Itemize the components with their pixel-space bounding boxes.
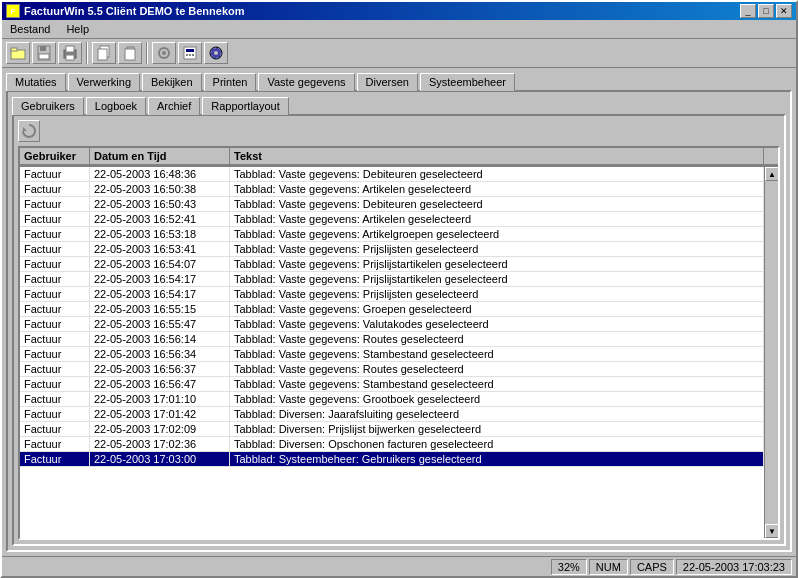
scroll-down-button[interactable]: ▼: [765, 524, 778, 538]
svg-rect-1: [11, 48, 17, 51]
toolbar-btn-save[interactable]: [32, 42, 56, 64]
close-button[interactable]: ✕: [776, 4, 792, 18]
toolbar-btn-open[interactable]: [6, 42, 30, 64]
cell-tekst: Tabblad: Vaste gegevens: Prijslijstartik…: [230, 272, 764, 286]
cell-datum: 22-05-2003 17:02:36: [90, 437, 230, 451]
cell-datum: 22-05-2003 17:03:00: [90, 452, 230, 466]
table-row[interactable]: Factuur22-05-2003 16:52:41Tabblad: Vaste…: [20, 212, 764, 227]
cell-tekst: Tabblad: Diversen: Jaarafsluiting gesele…: [230, 407, 764, 421]
cell-tekst: Tabblad: Vaste gegevens: Prijslijstartik…: [230, 257, 764, 271]
cell-datum: 22-05-2003 16:52:41: [90, 212, 230, 226]
table-row[interactable]: Factuur22-05-2003 16:54:17Tabblad: Vaste…: [20, 272, 764, 287]
table-row[interactable]: Factuur22-05-2003 16:56:47Tabblad: Vaste…: [20, 377, 764, 392]
table-row[interactable]: Factuur22-05-2003 16:56:34Tabblad: Vaste…: [20, 347, 764, 362]
toolbar-btn-copy[interactable]: [92, 42, 116, 64]
cell-tekst: Tabblad: Vaste gegevens: Grootboek gesel…: [230, 392, 764, 406]
caps-indicator: CAPS: [630, 559, 674, 575]
table-row[interactable]: Factuur22-05-2003 16:56:14Tabblad: Vaste…: [20, 332, 764, 347]
svg-rect-18: [192, 54, 194, 56]
svg-rect-11: [125, 49, 135, 60]
title-bar: F FactuurWin 5.5 Cliënt DEMO te Bennekom…: [2, 2, 796, 20]
cell-datum: 22-05-2003 16:53:41: [90, 242, 230, 256]
svg-rect-7: [66, 55, 74, 60]
table-row[interactable]: Factuur22-05-2003 17:01:10Tabblad: Vaste…: [20, 392, 764, 407]
num-indicator: NUM: [589, 559, 628, 575]
toolbar-btn-paste[interactable]: [118, 42, 142, 64]
cell-gebruiker: Factuur: [20, 437, 90, 451]
sub-tab-archief[interactable]: Archief: [148, 97, 200, 115]
log-table: Gebruiker Datum en Tijd Tekst Factuur22-…: [18, 146, 780, 540]
minimize-button[interactable]: _: [740, 4, 756, 18]
cell-datum: 22-05-2003 16:56:47: [90, 377, 230, 391]
svg-point-20: [214, 51, 218, 55]
cell-gebruiker: Factuur: [20, 407, 90, 421]
cell-gebruiker: Factuur: [20, 317, 90, 331]
cell-datum: 22-05-2003 16:56:37: [90, 362, 230, 376]
sub-tab-bar: Gebruikers Logboek Archief Rapportlayout: [8, 92, 790, 114]
tab-vaste-gegevens[interactable]: Vaste gegevens: [258, 73, 354, 91]
cell-gebruiker: Factuur: [20, 212, 90, 226]
sub-tab-rapportlayout[interactable]: Rapportlayout: [202, 97, 289, 115]
cell-gebruiker: Factuur: [20, 182, 90, 196]
scroll-up-button[interactable]: ▲: [765, 167, 778, 181]
toolbar-btn-calc[interactable]: [178, 42, 202, 64]
sub-tab-gebruikers[interactable]: Gebruikers: [12, 97, 84, 115]
tab-bekijken[interactable]: Bekijken: [142, 73, 202, 91]
cell-tekst: Tabblad: Vaste gegevens: Debiteuren gese…: [230, 167, 764, 181]
cell-datum: 22-05-2003 16:56:34: [90, 347, 230, 361]
tab-systeembeheer[interactable]: Systeembeheer: [420, 73, 515, 91]
zoom-indicator: 32%: [551, 559, 587, 575]
refresh-button[interactable]: [18, 120, 40, 142]
cell-datum: 22-05-2003 16:54:07: [90, 257, 230, 271]
toolbar-btn-settings[interactable]: [152, 42, 176, 64]
cell-gebruiker: Factuur: [20, 392, 90, 406]
tab-diversen[interactable]: Diversen: [357, 73, 418, 91]
svg-rect-9: [98, 49, 107, 60]
sub-tab-logboek[interactable]: Logboek: [86, 97, 146, 115]
table-row[interactable]: Factuur22-05-2003 16:55:15Tabblad: Vaste…: [20, 302, 764, 317]
menu-help[interactable]: Help: [62, 22, 93, 36]
app-icon: F: [6, 4, 20, 18]
tab-verwerking[interactable]: Verwerking: [68, 73, 140, 91]
vertical-scrollbar[interactable]: ▲ ▼: [764, 167, 778, 538]
toolbar-btn-disk[interactable]: [204, 42, 228, 64]
tab-mutaties[interactable]: Mutaties: [6, 73, 66, 91]
sub-content: Gebruiker Datum en Tijd Tekst Factuur22-…: [12, 114, 786, 546]
cell-gebruiker: Factuur: [20, 167, 90, 181]
cell-gebruiker: Factuur: [20, 272, 90, 286]
table-row[interactable]: Factuur22-05-2003 17:02:36Tabblad: Diver…: [20, 437, 764, 452]
cell-datum: 22-05-2003 17:01:42: [90, 407, 230, 421]
table-row[interactable]: Factuur22-05-2003 16:50:43Tabblad: Vaste…: [20, 197, 764, 212]
table-row[interactable]: Factuur22-05-2003 17:02:09Tabblad: Diver…: [20, 422, 764, 437]
datetime-indicator: 22-05-2003 17:03:23: [676, 559, 792, 575]
cell-datum: 22-05-2003 16:56:14: [90, 332, 230, 346]
toolbar: [2, 39, 796, 68]
table-row[interactable]: Factuur22-05-2003 17:01:42Tabblad: Diver…: [20, 407, 764, 422]
svg-rect-17: [189, 54, 191, 56]
table-row[interactable]: Factuur22-05-2003 16:54:17Tabblad: Vaste…: [20, 287, 764, 302]
col-datum: Datum en Tijd: [90, 148, 230, 166]
table-row[interactable]: Factuur22-05-2003 16:54:07Tabblad: Vaste…: [20, 257, 764, 272]
table-row[interactable]: Factuur22-05-2003 16:48:36Tabblad: Vaste…: [20, 167, 764, 182]
table-row[interactable]: Factuur22-05-2003 16:50:38Tabblad: Vaste…: [20, 182, 764, 197]
menu-bestand[interactable]: Bestand: [6, 22, 54, 36]
cell-tekst: Tabblad: Vaste gegevens: Groepen geselec…: [230, 302, 764, 316]
table-row[interactable]: Factuur22-05-2003 16:53:41Tabblad: Vaste…: [20, 242, 764, 257]
cell-datum: 22-05-2003 17:01:10: [90, 392, 230, 406]
table-row[interactable]: Factuur22-05-2003 17:03:00Tabblad: Syste…: [20, 452, 764, 467]
maximize-button[interactable]: □: [758, 4, 774, 18]
tab-printen[interactable]: Printen: [204, 73, 257, 91]
toolbar-btn-print[interactable]: [58, 42, 82, 64]
main-tab-bar: Mutaties Verwerking Bekijken Printen Vas…: [2, 68, 796, 90]
cell-datum: 22-05-2003 16:54:17: [90, 272, 230, 286]
table-row[interactable]: Factuur22-05-2003 16:55:47Tabblad: Vaste…: [20, 317, 764, 332]
table-row[interactable]: Factuur22-05-2003 16:56:37Tabblad: Vaste…: [20, 362, 764, 377]
table-row[interactable]: Factuur22-05-2003 16:53:18Tabblad: Vaste…: [20, 227, 764, 242]
scroll-track[interactable]: [765, 181, 778, 524]
cell-tekst: Tabblad: Vaste gegevens: Stambestand ges…: [230, 347, 764, 361]
cell-gebruiker: Factuur: [20, 197, 90, 211]
cell-datum: 22-05-2003 16:55:15: [90, 302, 230, 316]
sub-toolbar: [18, 120, 780, 142]
cell-tekst: Tabblad: Diversen: Opschonen facturen ge…: [230, 437, 764, 451]
cell-tekst: Tabblad: Vaste gegevens: Prijslijsten ge…: [230, 287, 764, 301]
